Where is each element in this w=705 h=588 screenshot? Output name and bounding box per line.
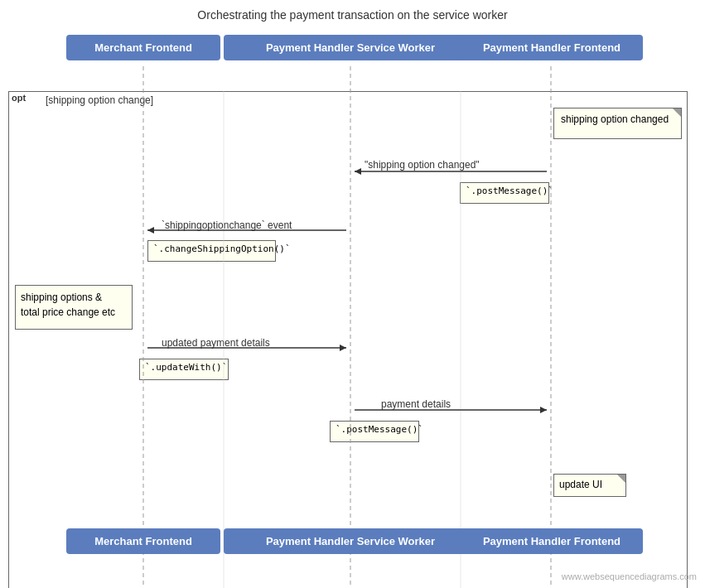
label-updated-payment-details: updated payment details [162, 337, 270, 349]
method-postmessage1: `.postMessage()` [460, 182, 549, 204]
actor-phfrontend-bottom: Payment Handler Frontend [461, 528, 643, 554]
actor-merchant-bottom: Merchant Frontend [66, 528, 220, 554]
method-postmessage2: `.postMessage()` [330, 421, 419, 442]
opt-label: opt [10, 93, 27, 103]
label-shipping-option-changed-msg: "shipping option changed" [365, 159, 480, 171]
note-update-ui: update UI [553, 474, 626, 497]
page-title: Orchestrating the payment transaction on… [0, 0, 705, 28]
label-shippingoptionchange-event: `shippingoptionchange` event [162, 219, 292, 231]
opt-condition: [shipping option change] [46, 94, 153, 106]
watermark: www.websequencediagrams.com [562, 571, 697, 581]
actor-serviceworker-top: Payment Handler Service Worker [224, 35, 477, 60]
method-changeshipping: `.changeShippingOption()` [147, 240, 276, 262]
opt-frame [8, 91, 688, 588]
method-updatewith: `.updateWith()` [139, 359, 229, 380]
label-payment-details: payment details [381, 398, 451, 410]
diagram: Orchestrating the payment transaction on… [0, 0, 705, 588]
actor-serviceworker-bottom: Payment Handler Service Worker [224, 528, 477, 554]
note-shipping-options: shipping options &total price change etc [15, 285, 133, 330]
note-shipping-option-changed: shipping option changed [553, 108, 682, 139]
actor-merchant-top: Merchant Frontend [66, 35, 220, 60]
actor-phfrontend-top: Payment Handler Frontend [461, 35, 643, 60]
